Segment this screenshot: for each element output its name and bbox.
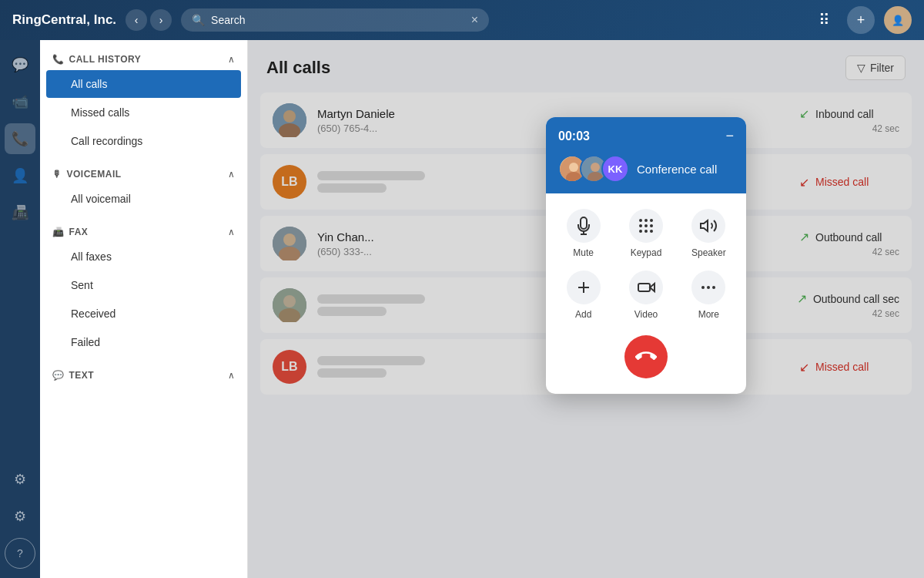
nav-arrows: ‹ › (126, 9, 172, 31)
speaker-icon (691, 209, 725, 243)
app-title: RingCentral, Inc. (12, 12, 116, 28)
speaker-button[interactable]: Speaker (684, 209, 734, 258)
add-button[interactable]: Add (558, 271, 608, 320)
sidebar-phone-button[interactable]: 📞 (5, 123, 35, 154)
keypad-icon (629, 209, 663, 243)
nav-back-button[interactable]: ‹ (126, 9, 147, 31)
keypad-label: Keypad (631, 247, 662, 258)
video-icon (629, 271, 663, 304)
more-label: More (698, 309, 719, 320)
svg-point-20 (639, 224, 642, 227)
svg-point-22 (650, 224, 653, 227)
fax-section-header: 📠 FAX ∧ (40, 219, 247, 242)
svg-point-25 (650, 230, 653, 233)
sidebar-item-sent[interactable]: Sent (46, 271, 241, 299)
avatar-image: 👤 (892, 15, 904, 26)
add-label: Add (575, 309, 591, 320)
voicemail-section-header: 🎙 VOICEMAIL ∧ (40, 161, 247, 184)
end-call-button[interactable] (624, 335, 668, 378)
phone-icon: 📞 (52, 54, 65, 65)
nav-forward-button[interactable]: › (150, 9, 172, 31)
call-card-participants: KK Conference call (546, 155, 746, 193)
participant-avatar-kk: KK (601, 155, 629, 183)
svg-point-33 (712, 286, 715, 289)
svg-point-17 (639, 219, 642, 222)
topbar-right: ⠿ + 👤 (810, 6, 912, 34)
mute-button[interactable]: Mute (558, 209, 608, 258)
main-sidebar: 📞 CALL HISTORY ∧ All calls Missed calls … (40, 40, 248, 578)
svg-marker-26 (701, 220, 708, 231)
text-icon: 💬 (52, 370, 65, 381)
svg-rect-29 (638, 284, 650, 291)
sidebar-help-button[interactable]: ? (5, 538, 35, 569)
add-icon (567, 271, 601, 304)
svg-point-19 (650, 219, 653, 222)
sidebar-contacts-button[interactable]: 👤 (5, 160, 35, 191)
text-collapse-button[interactable]: ∧ (228, 370, 235, 381)
app-body: 💬 📹 📞 👤 📠 ⚙ ⚙ ? 📞 CALL HISTORY ∧ All cal… (0, 40, 924, 578)
end-call-icon (635, 346, 657, 368)
active-call-card: 00:03 − (546, 117, 746, 394)
icon-sidebar: 💬 📹 📞 👤 📠 ⚙ ⚙ ? (0, 40, 40, 578)
sidebar-item-all-voicemail[interactable]: All voicemail (46, 185, 241, 213)
sidebar-settings-button[interactable]: ⚙ (5, 501, 35, 532)
topbar: RingCentral, Inc. ‹ › 🔍 × ⠿ + 👤 (0, 0, 924, 40)
voicemail-label: VOICEMAIL (67, 169, 122, 180)
content-area: All calls ▽ Filter Martyn Daniele (65 (248, 40, 924, 578)
call-card-header: 00:03 − (546, 117, 746, 155)
svg-point-24 (644, 230, 648, 233)
participant-avatars: KK (558, 155, 629, 183)
video-label: Video (634, 309, 658, 320)
call-history-label: CALL HISTORY (69, 54, 142, 65)
call-timer: 00:03 (558, 129, 590, 143)
svg-point-10 (569, 163, 578, 172)
video-button[interactable]: Video (621, 271, 671, 320)
call-history-collapse-button[interactable]: ∧ (228, 54, 235, 65)
call-controls-grid: Mute Keypad (558, 209, 734, 320)
text-label: TEXT (69, 370, 95, 381)
text-section-header: 💬 TEXT ∧ (40, 362, 247, 385)
search-icon: 🔍 (192, 14, 205, 26)
more-button[interactable]: More (684, 271, 734, 320)
sidebar-item-all-calls[interactable]: All calls (46, 70, 241, 98)
mute-icon (567, 209, 601, 243)
voicemail-collapse-button[interactable]: ∧ (228, 169, 235, 180)
call-minimize-button[interactable]: − (725, 128, 734, 144)
sidebar-video-button[interactable]: 📹 (5, 86, 35, 117)
mute-label: Mute (573, 247, 594, 258)
search-bar: 🔍 × (181, 8, 489, 32)
speaker-label: Speaker (691, 247, 726, 258)
more-icon (691, 271, 725, 304)
sidebar-messages-button[interactable]: 💬 (5, 49, 35, 80)
sidebar-item-received[interactable]: Received (46, 300, 241, 328)
icon-sidebar-bottom: ⚙ ⚙ ? (5, 464, 35, 569)
sidebar-item-failed[interactable]: Failed (46, 328, 241, 356)
sidebar-fax-button[interactable]: 📠 (5, 197, 35, 228)
call-history-section-header: 📞 CALL HISTORY ∧ (40, 46, 247, 69)
sidebar-item-all-faxes[interactable]: All faxes (46, 243, 241, 271)
svg-point-23 (639, 230, 642, 233)
apps-grid-button[interactable]: ⠿ (810, 6, 838, 34)
call-label: Conference call (637, 163, 717, 176)
search-clear-button[interactable]: × (471, 13, 478, 27)
sidebar-apps-button[interactable]: ⚙ (5, 464, 35, 495)
sidebar-item-missed-calls[interactable]: Missed calls (46, 99, 241, 126)
svg-point-18 (644, 219, 648, 222)
fax-label: FAX (69, 227, 89, 237)
add-button[interactable]: + (847, 6, 875, 34)
search-input[interactable] (211, 14, 465, 26)
fax-icon: 📠 (52, 227, 65, 237)
fax-collapse-button[interactable]: ∧ (228, 227, 235, 237)
call-card-body: Mute Keypad (546, 193, 746, 394)
svg-point-31 (701, 286, 705, 289)
user-avatar[interactable]: 👤 (884, 6, 912, 34)
voicemail-icon: 🎙 (52, 169, 62, 180)
svg-point-13 (591, 163, 600, 172)
svg-point-21 (644, 224, 648, 227)
sidebar-item-call-recordings[interactable]: Call recordings (46, 127, 241, 155)
svg-point-32 (707, 286, 710, 289)
keypad-button[interactable]: Keypad (621, 209, 671, 258)
